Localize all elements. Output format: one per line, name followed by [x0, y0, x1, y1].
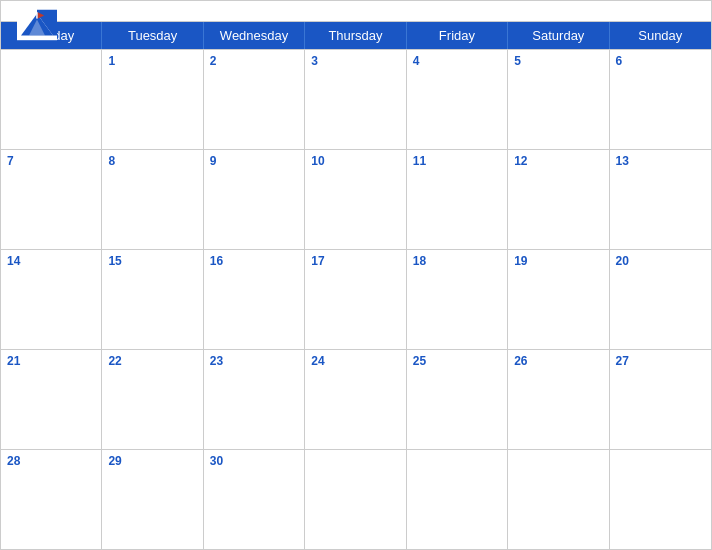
logo	[17, 9, 57, 37]
day-cell: 8	[102, 150, 203, 249]
week-row-5: 282930	[1, 449, 711, 549]
week-row-1: 123456	[1, 49, 711, 149]
day-number: 26	[514, 354, 602, 368]
day-cell: 11	[407, 150, 508, 249]
week-row-2: 78910111213	[1, 149, 711, 249]
day-number: 14	[7, 254, 95, 268]
day-cell: 24	[305, 350, 406, 449]
day-number: 23	[210, 354, 298, 368]
day-number: 15	[108, 254, 196, 268]
day-cell: 18	[407, 250, 508, 349]
day-cell: 23	[204, 350, 305, 449]
day-number: 4	[413, 54, 501, 68]
day-number: 5	[514, 54, 602, 68]
day-cell: 27	[610, 350, 711, 449]
day-header-tuesday: Tuesday	[102, 22, 203, 49]
day-number: 17	[311, 254, 399, 268]
day-header-thursday: Thursday	[305, 22, 406, 49]
weeks-container: 1234567891011121314151617181920212223242…	[1, 49, 711, 549]
day-number: 25	[413, 354, 501, 368]
day-number: 11	[413, 154, 501, 168]
day-cell: 14	[1, 250, 102, 349]
day-cell	[305, 450, 406, 549]
day-number: 28	[7, 454, 95, 468]
day-cell: 22	[102, 350, 203, 449]
day-number: 7	[7, 154, 95, 168]
day-cell	[407, 450, 508, 549]
svg-rect-4	[36, 12, 38, 18]
day-header-friday: Friday	[407, 22, 508, 49]
day-cell: 26	[508, 350, 609, 449]
day-number: 2	[210, 54, 298, 68]
day-cell: 5	[508, 50, 609, 149]
day-header-sunday: Sunday	[610, 22, 711, 49]
day-number: 30	[210, 454, 298, 468]
day-number: 20	[616, 254, 705, 268]
day-cell: 1	[102, 50, 203, 149]
day-number: 9	[210, 154, 298, 168]
day-cell: 7	[1, 150, 102, 249]
day-cell: 29	[102, 450, 203, 549]
day-number: 19	[514, 254, 602, 268]
day-cell: 6	[610, 50, 711, 149]
day-cell: 17	[305, 250, 406, 349]
calendar: MondayTuesdayWednesdayThursdayFridaySatu…	[0, 0, 712, 550]
day-cell: 4	[407, 50, 508, 149]
day-cell: 12	[508, 150, 609, 249]
day-cell	[610, 450, 711, 549]
day-headers: MondayTuesdayWednesdayThursdayFridaySatu…	[1, 22, 711, 49]
day-number: 21	[7, 354, 95, 368]
day-number: 29	[108, 454, 196, 468]
day-header-saturday: Saturday	[508, 22, 609, 49]
day-cell: 19	[508, 250, 609, 349]
week-row-3: 14151617181920	[1, 249, 711, 349]
day-cell: 10	[305, 150, 406, 249]
day-number: 10	[311, 154, 399, 168]
day-cell: 28	[1, 450, 102, 549]
calendar-header	[1, 1, 711, 21]
day-cell: 21	[1, 350, 102, 449]
week-row-4: 21222324252627	[1, 349, 711, 449]
day-cell: 9	[204, 150, 305, 249]
day-cell: 15	[102, 250, 203, 349]
day-cell: 13	[610, 150, 711, 249]
day-cell: 25	[407, 350, 508, 449]
day-cell: 20	[610, 250, 711, 349]
day-number: 6	[616, 54, 705, 68]
logo-icon	[17, 9, 57, 41]
day-number: 24	[311, 354, 399, 368]
day-cell: 3	[305, 50, 406, 149]
day-number: 12	[514, 154, 602, 168]
day-number: 3	[311, 54, 399, 68]
day-number: 27	[616, 354, 705, 368]
day-cell	[508, 450, 609, 549]
day-cell: 30	[204, 450, 305, 549]
day-number: 16	[210, 254, 298, 268]
day-number: 22	[108, 354, 196, 368]
day-number: 8	[108, 154, 196, 168]
day-header-wednesday: Wednesday	[204, 22, 305, 49]
day-number: 1	[108, 54, 196, 68]
day-cell: 16	[204, 250, 305, 349]
day-number: 18	[413, 254, 501, 268]
calendar-grid: MondayTuesdayWednesdayThursdayFridaySatu…	[1, 21, 711, 549]
day-cell	[1, 50, 102, 149]
day-cell: 2	[204, 50, 305, 149]
day-number: 13	[616, 154, 705, 168]
